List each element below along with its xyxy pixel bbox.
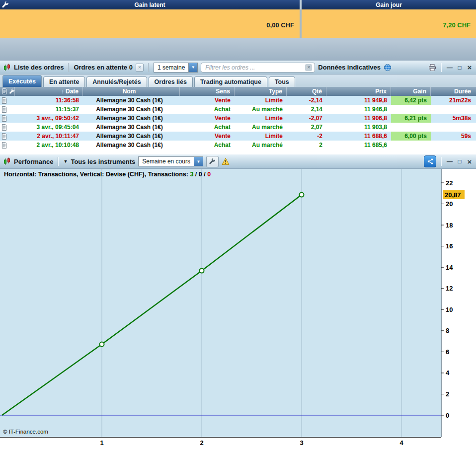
performance-period-select[interactable]: Semaine en cours ▼: [138, 156, 203, 166]
gains-values-row: 0,00 CHF 7,20 CHF: [0, 9, 476, 38]
gain-jour-title: Gain jour: [376, 1, 402, 8]
titlebar-separator: [441, 157, 442, 166]
svg-text:3: 3: [300, 439, 303, 447]
instruments-selector[interactable]: Tous les instruments: [71, 158, 135, 165]
gain-jour-cell: 7,20 CHF: [302, 9, 476, 38]
column-header-gain[interactable]: Gain: [391, 87, 431, 96]
share-button[interactable]: [424, 155, 436, 167]
order-gain: [391, 105, 431, 114]
table-row[interactable]: 11:36:58 Allemagne 30 Cash (1€) Vente Li…: [0, 96, 476, 105]
trading-app: Gain latent Gain jour 0,00 CHF 7,20 CHF …: [0, 0, 476, 449]
order-instrument: Allemagne 30 Cash (1€): [83, 123, 180, 132]
svg-text:20,87: 20,87: [445, 191, 461, 199]
indicative-data-label: Données indicatives: [318, 64, 381, 71]
warning-icon: [222, 157, 230, 165]
table-row[interactable]: 3 avr., 09:45:04 Allemagne 30 Cash (1€) …: [0, 123, 476, 132]
order-date: 11:36:58: [15, 96, 83, 105]
table-row[interactable]: 2 avr., 10:11:47 Allemagne 30 Cash (1€) …: [0, 132, 476, 141]
orders-period-select[interactable]: 1 semaine ▼: [154, 63, 198, 73]
dropdown-arrow-icon: ▼: [194, 157, 203, 166]
svg-text:20: 20: [446, 200, 453, 208]
tab-executes[interactable]: Exécutés: [2, 75, 42, 87]
tab-ordres-lies[interactable]: Ordres liés: [149, 76, 193, 87]
column-header-prix[interactable]: Prix: [326, 87, 391, 96]
wrench-icon[interactable]: [1, 1, 9, 8]
close-button[interactable]: ×: [466, 158, 473, 165]
order-date: 3 avr., 09:45:04: [15, 123, 83, 132]
minimize-button[interactable]: —: [446, 65, 453, 71]
order-doc-icon[interactable]: [0, 123, 15, 132]
performance-title: Performance: [14, 158, 53, 165]
order-gain: 6,42 pts: [391, 96, 431, 105]
close-button[interactable]: ×: [466, 64, 473, 71]
doc-icon: [1, 88, 7, 94]
filter-clear-icon[interactable]: ×: [305, 64, 312, 71]
table-row[interactable]: 11:15:37 Allemagne 30 Cash (1€) Achat Au…: [0, 105, 476, 114]
orders-filter-input[interactable]: [201, 63, 315, 73]
column-header-nom[interactable]: Nom: [83, 87, 180, 96]
column-header-duree[interactable]: Durée: [431, 87, 476, 96]
table-row[interactable]: 3 avr., 09:50:42 Allemagne 30 Cash (1€) …: [0, 114, 476, 123]
order-type: Au marché: [235, 123, 287, 132]
order-doc-icon[interactable]: [0, 105, 15, 114]
svg-text:16: 16: [446, 242, 453, 250]
order-instrument: Allemagne 30 Cash (1€): [83, 132, 180, 141]
order-type: Limite: [235, 114, 287, 123]
tab-en-attente[interactable]: En attente: [43, 76, 85, 87]
orders-panel-icon: [3, 64, 11, 72]
chart-settings-button[interactable]: [206, 156, 219, 167]
instruments-dropdown-arrow-icon[interactable]: ▼: [63, 159, 68, 164]
order-quantity: 2: [287, 141, 326, 150]
titlebar-separator: [58, 157, 59, 166]
column-header-type[interactable]: Type: [235, 87, 287, 96]
pending-orders-close-button[interactable]: ×: [136, 64, 144, 72]
svg-text:© IT-Finance.com: © IT-Finance.com: [3, 429, 48, 435]
order-date: 2 avr., 10:11:47: [15, 132, 83, 141]
order-duration: 5m38s: [431, 114, 476, 123]
order-quantity: -2,07: [287, 114, 326, 123]
order-gain: 6,21 pts: [391, 114, 431, 123]
order-price: 11 906,8: [326, 114, 391, 123]
column-header-sens[interactable]: Sens: [180, 87, 235, 96]
svg-text:0: 0: [446, 412, 449, 419]
order-doc-icon[interactable]: [0, 114, 15, 123]
dropdown-arrow-icon: ▼: [188, 63, 197, 72]
orders-title: Liste des ordres: [14, 64, 64, 71]
column-header-qte[interactable]: Qté: [287, 87, 326, 96]
order-type: Au marché: [235, 141, 287, 150]
order-quantity: -2: [287, 132, 326, 141]
table-row[interactable]: 2 avr., 10:10:48 Allemagne 30 Cash (1€) …: [0, 141, 476, 150]
order-duration: [431, 105, 476, 114]
order-quantity: -2,14: [287, 96, 326, 105]
minimize-button[interactable]: —: [446, 158, 453, 164]
print-icon[interactable]: [428, 64, 436, 72]
order-price: 11 949,8: [326, 96, 391, 105]
globe-icon[interactable]: [384, 64, 392, 72]
tab-annules-rejetes[interactable]: Annulés/Rejetés: [86, 76, 147, 87]
order-side: Achat: [180, 105, 235, 114]
maximize-button[interactable]: □: [456, 65, 463, 71]
order-duration: [431, 123, 476, 132]
performance-chart[interactable]: 024681012141618202220,871234Horizontal: …: [0, 169, 476, 449]
order-side: Vente: [180, 114, 235, 123]
order-instrument: Allemagne 30 Cash (1€): [83, 105, 180, 114]
svg-text:14: 14: [446, 264, 453, 271]
order-instrument: Allemagne 30 Cash (1€): [83, 96, 180, 105]
maximize-button[interactable]: □: [456, 158, 463, 164]
wrench-icon[interactable]: [9, 88, 15, 94]
gains-header-row: Gain latent Gain jour: [0, 0, 476, 9]
order-doc-icon[interactable]: [0, 96, 15, 105]
column-header-icons: [0, 87, 15, 96]
orders-table-body: 11:36:58 Allemagne 30 Cash (1€) Vente Li…: [0, 96, 476, 150]
order-doc-icon[interactable]: [0, 141, 15, 150]
column-header-date[interactable]: ↑ Date: [15, 87, 83, 96]
titlebar-separator: [148, 63, 149, 72]
tab-tous[interactable]: Tous: [269, 76, 295, 87]
gain-latent-title: Gain latent: [134, 1, 165, 8]
tab-trading-automatique[interactable]: Trading automatique: [194, 76, 267, 87]
order-doc-icon[interactable]: [0, 132, 15, 141]
order-quantity: 2,14: [287, 105, 326, 114]
order-type: Au marché: [235, 105, 287, 114]
svg-text:1: 1: [100, 439, 103, 447]
order-type: Limite: [235, 132, 287, 141]
